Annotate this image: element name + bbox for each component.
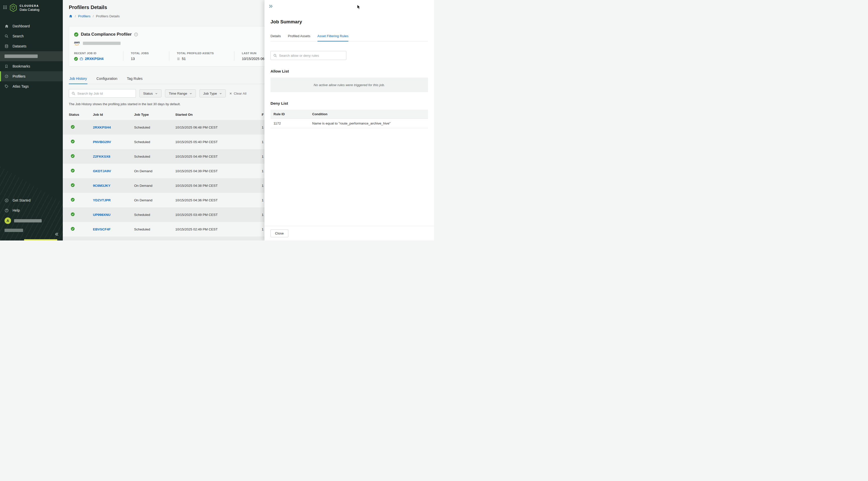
started-on-cell: 10/15/2025 04:39 PM CEST	[175, 169, 262, 173]
job-type-cell: Scheduled	[134, 227, 175, 231]
chevron-down-icon	[219, 92, 222, 95]
time-range-filter-dropdown[interactable]: Time Range	[165, 89, 196, 97]
deny-table-header-row: Rule ID Condition	[271, 110, 428, 119]
breadcrumb-separator: /	[75, 14, 76, 18]
breadcrumb-home-icon[interactable]	[69, 14, 72, 18]
job-id-search-box[interactable]	[69, 89, 136, 98]
last-run-value: 10/15/2025 06:4	[242, 57, 267, 61]
job-id-link[interactable]: YDZVTJPR	[93, 198, 134, 202]
app-switcher-icon[interactable]	[3, 5, 7, 9]
panel-toolbar	[265, 0, 434, 12]
breadcrumb-link-profilers[interactable]: Profilers	[78, 14, 91, 18]
sidebar-item-label: Dashboard	[12, 24, 30, 28]
sidebar-item-search[interactable]: Search	[0, 31, 63, 41]
home-icon	[4, 24, 9, 28]
panel-title: Job Summary	[271, 19, 428, 25]
sidebar-nav: Dashboard Search Datasets Bookmarks	[0, 21, 63, 91]
sidebar-item-datasets[interactable]: Datasets	[0, 41, 63, 51]
recent-job-id-link[interactable]: 2RXKPSH4	[85, 57, 103, 61]
tab-asset-filtering-rules[interactable]: Asset Filtering Rules	[317, 34, 349, 41]
profilers-icon	[4, 74, 9, 78]
column-header-condition: Condition	[312, 112, 425, 116]
deny-list-table: Rule ID Condition 1172 Name is equal to …	[271, 110, 428, 128]
started-on-cell: 10/15/2025 04:38 PM CEST	[175, 184, 262, 188]
redacted-highlight-bar	[24, 239, 57, 241]
total-assets-value: 51	[182, 57, 186, 61]
column-header-job-id: Job Id	[93, 113, 134, 117]
stat-total-jobs: TOTAL JOBS 13	[123, 51, 169, 61]
success-status-icon	[71, 154, 74, 158]
deny-list-heading: Deny List	[271, 101, 428, 106]
clear-all-filters-button[interactable]: Clear All	[229, 92, 246, 95]
job-id-search-input[interactable]	[78, 92, 133, 95]
started-on-cell: 10/15/2025 03:49 PM CEST	[175, 213, 262, 217]
total-jobs-value: 13	[131, 57, 135, 61]
job-type-cell: On Demand	[134, 184, 175, 188]
assets-icon	[177, 57, 180, 61]
job-id-link[interactable]: 9C6M3JKY	[93, 184, 134, 188]
sidebar-item-help[interactable]: Help	[0, 205, 63, 215]
profiler-status-success-icon	[74, 32, 79, 37]
sidebar-item-profilers[interactable]: Profilers	[0, 71, 63, 81]
get-started-icon	[4, 198, 9, 202]
sidebar-item-atlas-tags[interactable]: Atlas Tags	[0, 81, 63, 91]
success-status-icon	[71, 139, 74, 143]
condition-cell: Name is equal to "route_performance_arch…	[312, 122, 425, 125]
success-status-icon	[71, 198, 74, 201]
job-id-link[interactable]: Z2FKKSX8	[93, 155, 134, 158]
job-type-filter-dropdown[interactable]: Job Type	[199, 89, 226, 97]
job-type-cell: On Demand	[134, 169, 175, 173]
panel-tabs: Details Profiled Assets Asset Filtering …	[271, 34, 428, 41]
aws-badge-icon: aws	[74, 41, 80, 46]
success-status-icon	[71, 213, 74, 216]
rules-search-box[interactable]	[271, 51, 346, 60]
sidebar: CLOUDERA Data Catalog Dashboard Search D…	[0, 0, 63, 241]
job-type-cell: On Demand	[134, 198, 175, 202]
rule-id-cell: 1172	[274, 122, 312, 125]
panel-collapse-icon[interactable]	[269, 4, 273, 8]
tab-tag-rules[interactable]: Tag Rules	[126, 76, 143, 84]
sidebar-item-bookmarks[interactable]: Bookmarks	[0, 61, 63, 71]
started-on-cell: 10/15/2025 06:48 PM CEST	[175, 126, 262, 129]
sidebar-item-label: Atlas Tags	[12, 84, 29, 88]
avatar[interactable]: A	[4, 217, 11, 224]
started-on-cell: 10/15/2025 04:36 PM CEST	[175, 198, 262, 202]
allow-list-empty-message: No active allow rules were triggered for…	[271, 77, 428, 92]
deny-table-row: 1172 Name is equal to "route_performance…	[271, 119, 428, 128]
column-header-status: Status	[69, 113, 93, 117]
redacted-label	[4, 55, 38, 58]
sidebar-item-redacted[interactable]	[0, 51, 63, 61]
redacted-text	[4, 229, 23, 232]
search-icon	[4, 34, 9, 38]
job-type-cell: Scheduled	[134, 213, 175, 217]
stat-recent-job-id: RECENT JOB ID 2RXKPSH4	[74, 51, 123, 61]
tab-job-history[interactable]: Job History	[69, 76, 87, 84]
job-id-link[interactable]: EBVSCF4F	[93, 227, 134, 231]
search-icon	[71, 92, 75, 95]
tab-details[interactable]: Details	[271, 34, 281, 41]
user-account-row[interactable]: A	[0, 215, 63, 226]
job-id-link[interactable]: PNVBG29V	[93, 140, 134, 144]
sidebar-collapse-icon[interactable]	[54, 232, 59, 236]
success-status-icon	[71, 125, 74, 129]
job-id-link[interactable]: 2RXKPSH4	[93, 126, 134, 129]
close-button[interactable]: Close	[271, 229, 288, 237]
help-icon	[4, 209, 9, 213]
sidebar-item-dashboard[interactable]: Dashboard	[0, 21, 63, 31]
column-header-job-type: Job Type	[134, 113, 175, 117]
stat-total-profiled-assets: TOTAL PROFILED ASSETS 51	[169, 51, 234, 61]
column-header-rule-id: Rule ID	[274, 112, 312, 116]
job-id-link[interactable]: GKDTJA9V	[93, 169, 134, 173]
info-icon[interactable]	[134, 33, 138, 36]
tab-profiled-assets[interactable]: Profiled Assets	[288, 34, 310, 41]
rules-search-input[interactable]	[279, 54, 344, 58]
bookmark-icon	[4, 64, 9, 68]
job-id-link[interactable]: UP998XNU	[93, 213, 134, 217]
brand-product: Data Catalog	[20, 8, 39, 12]
status-filter-dropdown[interactable]: Status	[140, 89, 161, 97]
close-icon	[229, 92, 232, 95]
tab-configuration[interactable]: Configuration	[96, 76, 118, 84]
sidebar-item-label: Profilers	[12, 74, 25, 78]
redacted-row	[0, 226, 63, 233]
sidebar-item-get-started[interactable]: Get Started	[0, 195, 63, 205]
